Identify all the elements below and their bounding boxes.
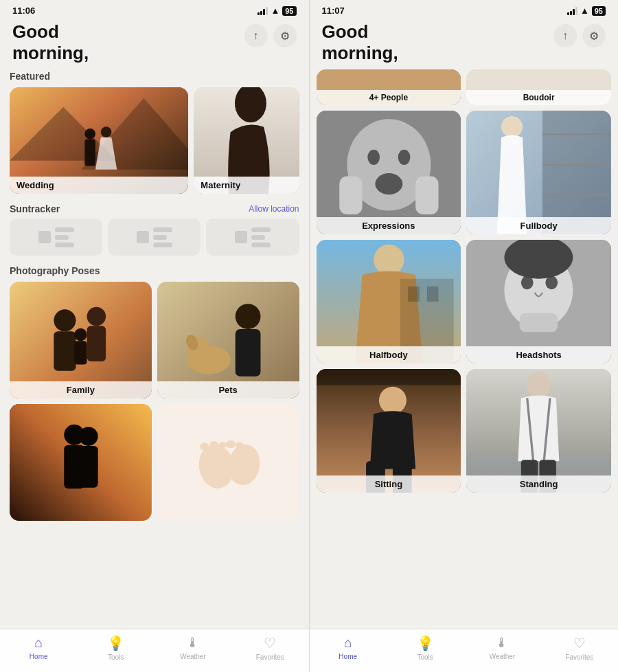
favorites-icon-left: ♡ [264, 635, 276, 651]
svg-point-52 [374, 245, 404, 275]
nav-home-left[interactable]: ⌂ Home [0, 635, 77, 661]
status-right-left: ▲ 95 [258, 5, 296, 16]
scroll-right: 4+ People Boudoir [310, 69, 619, 629]
people-card-expressions[interactable]: Expressions [317, 111, 461, 234]
tools-icon-left: 💡 [107, 635, 124, 651]
sun-card-3[interactable] [206, 219, 299, 256]
nav-tools-right[interactable]: 💡 Tools [387, 635, 464, 661]
greeting-right: Goodmorning, [322, 21, 398, 64]
featured-card-wedding[interactable]: Wedding [10, 87, 188, 194]
boudoir-label: Boudoir [466, 90, 611, 105]
nav-favorites-right[interactable]: ♡ Favorites [541, 635, 618, 661]
weather-label-right: Weather [490, 653, 516, 660]
suntracker-row: Suntracker Allow location [10, 203, 299, 214]
svg-rect-18 [235, 329, 260, 377]
favorites-label-left: Favorites [256, 653, 284, 661]
svg-point-25 [79, 427, 98, 447]
fullbody-label: Fullbody [466, 217, 611, 234]
card-boudoir-partial[interactable]: Boudoir [466, 69, 611, 105]
people-card-fullbody[interactable]: Fullbody [466, 111, 611, 234]
expressions-label: Expressions [317, 217, 461, 234]
nav-weather-left[interactable]: 🌡 Weather [154, 635, 231, 661]
nav-home-right[interactable]: ⌂ Home [310, 635, 387, 661]
settings-icon-right[interactable]: ⚙ [582, 24, 606, 47]
wedding-label: Wedding [10, 177, 188, 194]
suntracker-label: Suntracker [10, 203, 60, 214]
poses-grid: Family [10, 282, 299, 521]
poses-label: Photography Poses [10, 265, 299, 276]
svg-point-50 [501, 116, 523, 137]
signal-icon-right [567, 7, 577, 15]
favorites-icon-right: ♡ [573, 635, 586, 651]
weather-label-left: Weather [180, 653, 206, 660]
nav-favorites-left[interactable]: ♡ Favorites [231, 635, 308, 661]
top-partial-cards: 4+ People Boudoir [317, 69, 612, 105]
upload-icon-left[interactable]: ↑ [244, 24, 268, 47]
svg-point-31 [210, 441, 218, 447]
svg-rect-63 [317, 369, 461, 385]
featured-card-maternity[interactable]: Maternity [194, 87, 299, 194]
header-left: Goodmorning, ↑ ⚙ [0, 19, 309, 69]
svg-point-40 [398, 150, 410, 165]
greeting-left: Goodmorning, [12, 21, 89, 64]
nav-tools-left[interactable]: 💡 Tools [77, 635, 154, 661]
signal-icon-left [258, 7, 268, 15]
status-right-right: ▲ 95 [567, 5, 606, 16]
favorites-label-right: Favorites [565, 653, 593, 661]
svg-rect-60 [520, 313, 558, 333]
4people-label: 4+ People [317, 90, 461, 105]
svg-point-12 [87, 307, 106, 326]
pose-card-couple[interactable] [10, 404, 152, 521]
tools-label-right: Tools [417, 653, 433, 661]
svg-point-64 [378, 387, 406, 414]
maternity-label: Maternity [194, 177, 299, 194]
svg-rect-11 [54, 332, 76, 371]
header-right: Goodmorning, ↑ ⚙ [310, 19, 619, 69]
allow-location-btn[interactable]: Allow location [249, 204, 299, 214]
svg-point-69 [527, 372, 551, 399]
wifi-icon-left: ▲ [271, 5, 279, 16]
svg-rect-55 [426, 287, 438, 302]
people-grid: Expressions [317, 111, 612, 493]
nav-weather-right[interactable]: 🌡 Weather [464, 635, 540, 661]
right-phone-panel: 11:07 ▲ 95 Goodmorning, ↑ ⚙ [310, 0, 619, 672]
people-card-halfbody[interactable]: Halfbody [317, 240, 461, 363]
people-card-sitting[interactable]: Sitting [317, 369, 461, 493]
sun-card-1[interactable] [10, 219, 102, 256]
svg-point-17 [235, 304, 260, 330]
featured-label: Featured [10, 71, 299, 82]
home-label-left: Home [30, 653, 48, 660]
bottom-nav-left: ⌂ Home 💡 Tools 🌡 Weather ♡ Favorites [0, 629, 309, 672]
header-icons-right: ↑ ⚙ [553, 21, 606, 47]
people-card-standing[interactable]: Standing [466, 369, 611, 493]
svg-rect-26 [79, 446, 98, 488]
svg-point-43 [375, 173, 402, 194]
sun-card-2[interactable] [108, 219, 201, 256]
svg-point-39 [367, 150, 380, 165]
upload-icon-right[interactable]: ↑ [553, 24, 577, 47]
time-left: 11:06 [12, 5, 35, 16]
svg-point-33 [226, 440, 236, 448]
svg-point-14 [74, 328, 87, 341]
people-card-headshots[interactable]: Headshots [466, 240, 611, 363]
svg-point-30 [200, 443, 209, 451]
wifi-icon-right: ▲ [580, 5, 589, 16]
halfbody-label: Halfbody [317, 346, 461, 363]
settings-icon-left[interactable]: ⚙ [273, 24, 297, 47]
svg-rect-4 [84, 139, 95, 166]
battery-right: 95 [592, 6, 606, 16]
battery-left: 95 [282, 6, 296, 16]
home-label-right: Home [339, 653, 357, 660]
standing-label: Standing [466, 475, 611, 493]
pose-card-baby[interactable] [157, 404, 299, 521]
bottom-nav-right: ⌂ Home 💡 Tools 🌡 Weather ♡ Favorites [310, 629, 619, 672]
svg-point-3 [84, 128, 95, 139]
time-right: 11:07 [322, 5, 345, 16]
pose-card-pets[interactable]: Pets [157, 282, 299, 399]
card-4people-partial[interactable]: 4+ People [317, 69, 461, 105]
status-bar-left: 11:06 ▲ 95 [0, 0, 309, 19]
left-phone-panel: 11:06 ▲ 95 Goodmorning, ↑ ⚙ Featured [0, 0, 309, 672]
pose-card-family[interactable]: Family [10, 282, 152, 399]
header-icons-left: ↑ ⚙ [244, 21, 297, 47]
headshots-label: Headshots [466, 346, 611, 363]
